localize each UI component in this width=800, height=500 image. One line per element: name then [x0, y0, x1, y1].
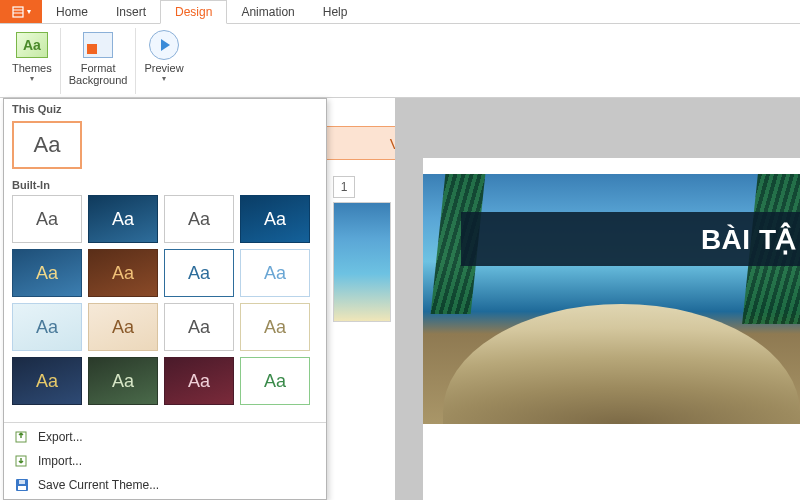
theme-thumb-7[interactable]: Aa — [240, 249, 310, 297]
ribbon-format-background-button[interactable]: Format Background — [61, 28, 137, 94]
menu-insert[interactable]: Insert — [102, 0, 160, 23]
slide-thumbnail[interactable] — [333, 202, 391, 322]
chevron-down-icon: ▾ — [30, 74, 34, 83]
theme-thumb-13[interactable]: Aa — [88, 357, 158, 405]
ribbon-design: Aa Themes ▾ Format Background Preview ▾ — [0, 24, 800, 98]
import-icon — [14, 453, 30, 469]
theme-thumb-5[interactable]: Aa — [88, 249, 158, 297]
ribbon-themes-label: Themes — [12, 62, 52, 74]
app-icon — [12, 6, 24, 18]
menu-help[interactable]: Help — [309, 0, 362, 23]
theme-thumb-0[interactable]: Aa — [12, 195, 82, 243]
menu-home[interactable]: Home — [42, 0, 102, 23]
slide-title-text: BÀI TẬ — [701, 223, 796, 256]
save-theme-label: Save Current Theme... — [38, 478, 159, 492]
svg-rect-6 — [18, 486, 26, 490]
save-icon — [14, 477, 30, 493]
import-theme-label: Import... — [38, 454, 82, 468]
themes-dropdown-panel: This Quiz Aa Built-In AaAaAaAaAaAaAaAaAa… — [3, 98, 327, 500]
theme-thumb-3[interactable]: Aa — [240, 195, 310, 243]
theme-thumb-4[interactable]: Aa — [12, 249, 82, 297]
section-this-quiz: This Quiz — [4, 99, 326, 119]
menu-animation[interactable]: Animation — [227, 0, 308, 23]
chevron-down-icon: ▾ — [162, 74, 166, 83]
section-built-in: Built-In — [4, 175, 326, 195]
ribbon-format-background-label: Format Background — [69, 62, 128, 86]
themes-icon: Aa — [16, 32, 48, 58]
ribbon-preview-label: Preview — [144, 62, 183, 74]
theme-thumb-6[interactable]: Aa — [164, 249, 234, 297]
theme-thumb-9[interactable]: Aa — [88, 303, 158, 351]
theme-thumb-1[interactable]: Aa — [88, 195, 158, 243]
theme-current[interactable]: Aa — [12, 121, 82, 169]
export-theme-action[interactable]: Export... — [4, 425, 326, 449]
work-area: View 1 BÀI TẬ This Quiz Aa Built-In AaAa… — [0, 98, 800, 500]
theme-thumb-12[interactable]: Aa — [12, 357, 82, 405]
app-menu-button[interactable]: ▾ — [0, 0, 42, 23]
slide-title-bar[interactable]: BÀI TẬ — [461, 212, 800, 266]
theme-thumb-15[interactable]: Aa — [240, 357, 310, 405]
theme-thumb-2[interactable]: Aa — [164, 195, 234, 243]
export-theme-label: Export... — [38, 430, 83, 444]
theme-thumb-10[interactable]: Aa — [164, 303, 234, 351]
import-theme-action[interactable]: Import... — [4, 449, 326, 473]
theme-thumb-11[interactable]: Aa — [240, 303, 310, 351]
themes-dropdown-footer: Export... Import... Save Current Theme..… — [4, 422, 326, 499]
slide-number-box[interactable]: 1 — [333, 176, 355, 198]
ribbon-themes-button[interactable]: Aa Themes ▾ — [4, 28, 61, 94]
export-icon — [14, 429, 30, 445]
themes-grid: AaAaAaAaAaAaAaAaAaAaAaAaAaAaAaAa — [4, 195, 326, 405]
slide-background-image: BÀI TẬ — [423, 174, 800, 424]
chevron-down-icon: ▾ — [27, 7, 31, 16]
menu-bar: ▾ HomeInsertDesignAnimationHelp — [0, 0, 800, 24]
theme-thumb-14[interactable]: Aa — [164, 357, 234, 405]
theme-thumb-8[interactable]: Aa — [12, 303, 82, 351]
menu-design[interactable]: Design — [160, 0, 227, 24]
themes-scroll-area[interactable]: This Quiz Aa Built-In AaAaAaAaAaAaAaAaAa… — [4, 99, 326, 422]
svg-rect-7 — [19, 480, 25, 484]
slide-canvas-area: BÀI TẬ — [395, 98, 800, 500]
ribbon-preview-button[interactable]: Preview ▾ — [136, 28, 191, 94]
play-icon — [149, 30, 179, 60]
format-background-icon — [83, 32, 113, 58]
svg-rect-0 — [13, 7, 23, 17]
slide-canvas[interactable]: BÀI TẬ — [423, 158, 800, 500]
save-theme-action[interactable]: Save Current Theme... — [4, 473, 326, 497]
